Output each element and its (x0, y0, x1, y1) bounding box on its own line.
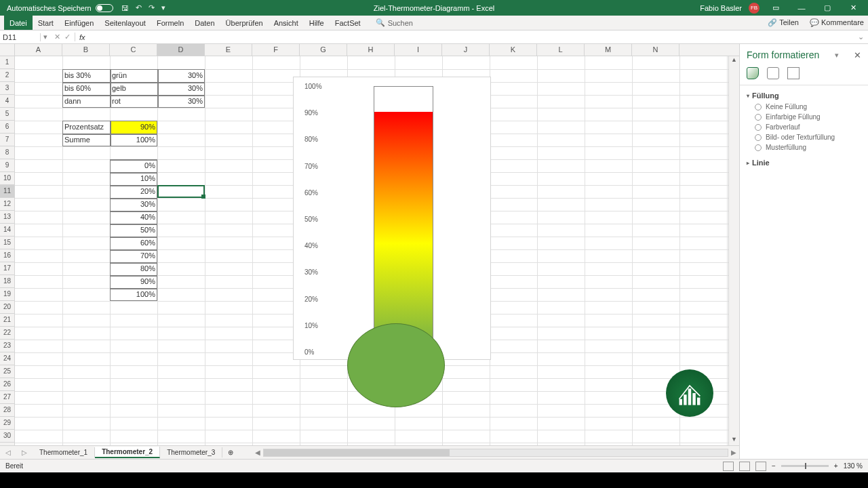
effects-icon[interactable] (767, 67, 779, 79)
row-21[interactable]: 21 (0, 314, 14, 327)
panel-close-icon[interactable]: ✕ (854, 50, 861, 60)
vertical-scrollbar[interactable]: ▲ ▼ (728, 56, 739, 445)
col-G[interactable]: G (300, 44, 347, 56)
view-normal-icon[interactable] (723, 462, 734, 471)
tab-start[interactable]: Start (33, 16, 59, 30)
zoom-slider[interactable] (781, 465, 829, 467)
row-8[interactable]: 8 (0, 146, 14, 159)
cell-B7[interactable]: Summe (62, 134, 110, 146)
formula-input[interactable] (90, 33, 854, 41)
name-box-dropdown[interactable]: ▾ (41, 33, 50, 41)
cell-C16[interactable]: 70% (110, 249, 157, 262)
qat-dropdown[interactable]: ▾ (161, 3, 165, 12)
col-I[interactable]: I (395, 44, 442, 56)
col-M[interactable]: M (585, 44, 632, 56)
fx-label[interactable]: fx (75, 33, 90, 41)
sheet-tab-1[interactable]: Thermometer_1 (33, 447, 95, 458)
row-13[interactable]: 13 (0, 211, 14, 224)
tab-formeln[interactable]: Formeln (151, 16, 189, 30)
name-box[interactable]: D11 (0, 33, 41, 41)
fill-line-icon[interactable] (747, 67, 759, 79)
col-D[interactable]: D (157, 44, 205, 56)
row-9[interactable]: 9 (0, 159, 14, 172)
tab-einfuegen[interactable]: Einfügen (59, 16, 99, 30)
cell-C12[interactable]: 30% (110, 198, 157, 211)
cell-B4[interactable]: dann (62, 95, 110, 108)
col-F[interactable]: F (252, 44, 300, 56)
cell-B3[interactable]: bis 60% (62, 82, 110, 95)
save-icon[interactable]: 🖫 (121, 4, 129, 12)
comments-button[interactable]: 💬 Kommentare (810, 18, 864, 27)
row-4[interactable]: 4 (0, 95, 14, 108)
user-name[interactable]: Fabio Basler (700, 4, 742, 12)
select-all-corner[interactable] (0, 44, 15, 56)
row-6[interactable]: 6 (0, 121, 14, 134)
cell-C9[interactable]: 0% (110, 159, 157, 172)
cell-C11[interactable]: 20% (110, 185, 157, 198)
add-sheet-button[interactable]: ⊕ (222, 449, 239, 456)
row-16[interactable]: 16 (0, 249, 14, 262)
cancel-formula-icon[interactable]: ✕ (54, 33, 60, 41)
avatar[interactable]: FB (749, 3, 760, 14)
col-K[interactable]: K (490, 44, 537, 56)
cell-C17[interactable]: 80% (110, 262, 157, 275)
tell-me-search[interactable]: 🔍 Suchen (376, 18, 413, 27)
row-27[interactable]: 27 (0, 391, 14, 404)
row-25[interactable]: 25 (0, 365, 14, 378)
row-14[interactable]: 14 (0, 224, 14, 237)
sheet-nav-prev[interactable]: ◁ (0, 449, 16, 456)
sheet-tab-2[interactable]: Thermometer_2 (95, 447, 160, 458)
cell-C3[interactable]: gelb (110, 82, 157, 95)
cell-C4[interactable]: rot (110, 95, 157, 108)
cell-grid[interactable]: bis 30% grün 30% bis 60% gelb 30% dann r… (15, 56, 728, 445)
cell-C14[interactable]: 50% (110, 224, 157, 237)
thermometer-bulb[interactable] (347, 323, 445, 407)
cell-C2[interactable]: grün (110, 69, 157, 82)
col-L[interactable]: L (537, 44, 585, 56)
cell-C10[interactable]: 10% (110, 172, 157, 185)
col-C[interactable]: C (110, 44, 157, 56)
row-23[interactable]: 23 (0, 340, 14, 352)
tab-daten[interactable]: Daten (189, 16, 220, 30)
panel-options-icon[interactable]: ▾ (835, 51, 839, 60)
opt-solid-fill[interactable]: Einfarbige Füllung (747, 112, 861, 122)
row-3[interactable]: 3 (0, 82, 14, 95)
autosave-toggle[interactable]: Automatisches Speichern (0, 4, 113, 12)
view-layout-icon[interactable] (739, 462, 750, 471)
zoom-in-icon[interactable]: + (834, 462, 838, 470)
col-H[interactable]: H (347, 44, 395, 56)
expand-formula-icon[interactable]: ⌄ (854, 33, 868, 41)
col-A[interactable]: A (15, 44, 62, 56)
undo-icon[interactable]: ↶ (136, 3, 142, 12)
close-icon[interactable]: ✕ (844, 3, 863, 12)
row-1[interactable]: 1 (0, 56, 14, 69)
row-5[interactable]: 5 (0, 108, 14, 121)
sheet-tab-3[interactable]: Thermometer_3 (160, 447, 222, 458)
opt-no-fill[interactable]: Keine Füllung (747, 102, 861, 112)
row-20[interactable]: 20 (0, 301, 14, 314)
row-24[interactable]: 24 (0, 352, 14, 365)
row-15[interactable]: 15 (0, 237, 14, 249)
row-30[interactable]: 30 (0, 430, 14, 443)
cell-C15[interactable]: 60% (110, 237, 157, 249)
section-fill[interactable]: ▾Füllung (747, 89, 861, 102)
sheet-nav-next[interactable]: ▷ (16, 449, 33, 456)
enter-formula-icon[interactable]: ✓ (64, 33, 71, 41)
row-2[interactable]: 2 (0, 69, 14, 82)
cell-D3[interactable]: 30% (157, 82, 205, 95)
row-28[interactable]: 28 (0, 404, 14, 417)
zoom-out-icon[interactable]: − (772, 462, 776, 470)
tab-seitenlayout[interactable]: Seitenlayout (99, 16, 151, 30)
maximize-icon[interactable]: ▢ (818, 3, 837, 12)
cell-D2[interactable]: 30% (157, 69, 205, 82)
ribbon-display-icon[interactable]: ▭ (766, 3, 785, 12)
minimize-icon[interactable]: — (792, 4, 811, 12)
cell-C19[interactable]: 100% (110, 288, 157, 301)
opt-picture-fill[interactable]: Bild- oder Texturfüllung (747, 132, 861, 142)
size-props-icon[interactable] (787, 67, 800, 79)
cell-D4[interactable]: 30% (157, 95, 205, 108)
tab-ansicht[interactable]: Ansicht (269, 16, 304, 30)
row-18[interactable]: 18 (0, 275, 14, 288)
row-26[interactable]: 26 (0, 378, 14, 391)
row-29[interactable]: 29 (0, 417, 14, 430)
